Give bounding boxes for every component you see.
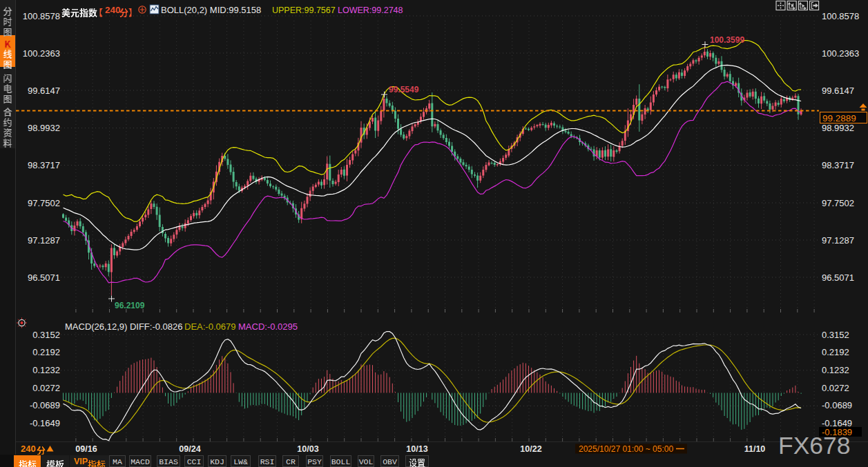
svg-text:LOWER:99.2748: LOWER:99.2748 [338, 6, 403, 15]
svg-text:2025/10/27 01:00 ~ 05:00: 2025/10/27 01:00 ~ 05:00 [579, 444, 673, 454]
svg-text:100.2363: 100.2363 [822, 48, 859, 59]
svg-text:98.9932: 98.9932 [28, 123, 60, 133]
svg-text:VOL: VOL [359, 457, 374, 466]
svg-text:-0.1649: -0.1649 [30, 418, 60, 428]
svg-text:MACD:-0.0295: MACD:-0.0295 [238, 321, 298, 332]
svg-text:VIP: VIP [74, 457, 88, 466]
svg-text:98.3717: 98.3717 [28, 160, 60, 170]
svg-text:RSI: RSI [260, 457, 275, 466]
svg-text:240: 240 [105, 5, 121, 15]
svg-text:97.1287: 97.1287 [822, 235, 854, 246]
svg-text:96.2109: 96.2109 [115, 301, 145, 310]
svg-text:100.8578: 100.8578 [23, 11, 60, 21]
svg-text:LW&: LW& [233, 457, 248, 466]
svg-text:UPPER:99.7567: UPPER:99.7567 [272, 6, 336, 15]
svg-text:09/16: 09/16 [75, 444, 97, 454]
svg-text:100.3599: 100.3599 [710, 35, 744, 45]
svg-text:PSY: PSY [307, 457, 322, 466]
svg-text:0.2192: 0.2192 [32, 347, 60, 357]
svg-text:KDJ: KDJ [210, 457, 224, 466]
svg-text:OBV: OBV [383, 457, 397, 466]
svg-text:98.3717: 98.3717 [822, 160, 854, 170]
svg-text:10/13: 10/13 [406, 444, 427, 454]
svg-text:10/03: 10/03 [297, 444, 318, 454]
svg-text:99.5549: 99.5549 [389, 85, 419, 95]
svg-text:98.9932: 98.9932 [822, 123, 854, 133]
svg-text:-0.0689: -0.0689 [30, 400, 60, 410]
svg-text:BOLL: BOLL [331, 457, 351, 466]
svg-text:0.2192: 0.2192 [822, 347, 849, 357]
svg-text:BIAS: BIAS [159, 457, 178, 466]
svg-text:96.5071: 96.5071 [822, 272, 854, 283]
svg-text:0.3152: 0.3152 [822, 330, 849, 340]
svg-text:MACD: MACD [131, 457, 150, 466]
svg-text:97.7502: 97.7502 [28, 198, 60, 208]
svg-text:0.0272: 0.0272 [822, 383, 849, 393]
svg-text:-0.0689: -0.0689 [822, 400, 852, 410]
svg-text:0.1232: 0.1232 [822, 365, 849, 375]
svg-text:0.0272: 0.0272 [32, 383, 60, 393]
svg-text:CCI: CCI [187, 457, 202, 466]
svg-text:97.7502: 97.7502 [822, 198, 854, 208]
svg-text:0.1232: 0.1232 [32, 365, 60, 375]
svg-text:96.5071: 96.5071 [28, 272, 60, 283]
svg-text:240: 240 [21, 444, 36, 454]
svg-text:CR: CR [286, 457, 296, 466]
svg-text:10/22: 10/22 [520, 444, 541, 454]
svg-text:100.8578: 100.8578 [822, 11, 859, 21]
svg-text:DEA:-0.0679: DEA:-0.0679 [184, 321, 235, 332]
svg-text:99.2889: 99.2889 [822, 113, 856, 123]
svg-text:MACD(26,12,9) DIFF:-0.0826: MACD(26,12,9) DIFF:-0.0826 [65, 321, 183, 332]
svg-text:09/24: 09/24 [179, 444, 200, 454]
svg-text:99.6147: 99.6147 [822, 86, 854, 96]
svg-text:99.6147: 99.6147 [28, 86, 60, 96]
svg-text:BOLL(20,2) MID:99.5158: BOLL(20,2) MID:99.5158 [161, 5, 261, 15]
svg-text:100.2363: 100.2363 [23, 48, 60, 59]
svg-text:97.1287: 97.1287 [28, 235, 60, 246]
svg-text:11/10: 11/10 [744, 444, 766, 454]
svg-text:0.3152: 0.3152 [32, 330, 60, 340]
svg-text:MA: MA [113, 457, 122, 466]
